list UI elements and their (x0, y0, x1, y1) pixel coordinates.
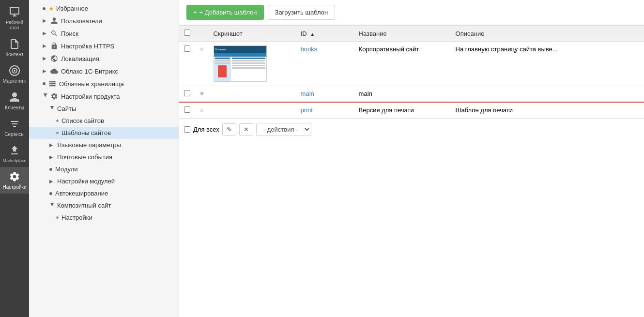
svg-point-2 (14, 70, 15, 72)
nav-item-language[interactable]: ▶ Языковые параметры (29, 139, 179, 151)
drag-handle-icon[interactable]: ≡ (200, 90, 204, 97)
sort-arrow-icon: ▲ (310, 31, 315, 37)
nav-item-modules[interactable]: Модули (29, 163, 179, 175)
main-content: + + Добавить шаблон Загрузить шаблон Скр… (179, 0, 644, 317)
nav-item-users[interactable]: ▶ Пользователи (29, 15, 179, 27)
col-name-label: Название (359, 30, 387, 37)
template-name: main (359, 90, 372, 97)
nav-item-site-templates[interactable]: Шаблоны сайтов (29, 127, 179, 139)
sidebar-item-content[interactable]: Контент (0, 34, 29, 61)
search-icon (50, 30, 58, 37)
nav-item-cloud[interactable]: ▶ Облако 1С-Битрикс (29, 65, 179, 77)
select-all-checkbox[interactable] (184, 30, 190, 36)
nav-item-cloud-storage[interactable]: Облачные хранилища (29, 77, 179, 90)
template-id-link[interactable]: print (301, 106, 313, 114)
table-row: ≡ print Версия для печати Шаблон для печ… (179, 102, 644, 119)
col-header-checkbox (179, 26, 195, 42)
nav-item-https[interactable]: ▶ Настройка HTTPS (29, 40, 179, 52)
mini-left (214, 57, 231, 82)
bottom-toolbar: Для всех ✎ ✕ - действия - (179, 119, 644, 140)
mini-body (214, 57, 266, 82)
for-all-checkbox[interactable] (184, 126, 190, 133)
row-checkbox-cell (179, 42, 195, 86)
col-header-id[interactable]: ID ▲ (296, 26, 354, 42)
add-template-button[interactable]: + + Добавить шаблон (186, 5, 264, 20)
edit-button[interactable]: ✎ (222, 123, 236, 136)
nav-item-autocache[interactable]: Автокеширование (29, 187, 179, 199)
globe-icon (50, 55, 58, 62)
template-screenshot: Все-книги (214, 45, 267, 82)
sidebar-item-marketplace[interactable]: Marketplace (0, 141, 29, 167)
col-screenshot-label: Скриншот (214, 30, 243, 37)
main-toolbar: + + Добавить шаблон Загрузить шаблон (179, 0, 644, 25)
arrow-down-icon: ▶ (43, 93, 48, 99)
template-name: Корпоративный сайт (359, 45, 419, 53)
row-checkbox[interactable] (184, 45, 190, 52)
upload-template-button[interactable]: Загрузить шаблон (268, 5, 336, 20)
nav-label-favorites: Избранное (56, 5, 88, 12)
sidebar-label-marketing: Маркетинг (3, 78, 27, 84)
nav-item-product-settings[interactable]: ▶ Настройки продукта (29, 90, 179, 103)
row-id-cell: books (296, 42, 354, 86)
dot-small-icon (56, 120, 59, 122)
sidebar-item-settings[interactable]: Настройки (0, 167, 29, 194)
row-screenshot-cell (209, 86, 296, 103)
users-icon (50, 17, 58, 25)
delete-button[interactable]: ✕ (239, 123, 253, 136)
mini-line (232, 65, 265, 66)
for-all-label: Для всех (193, 126, 219, 133)
arrow-right-icon: ▶ (43, 56, 48, 61)
sidebar-item-marketing[interactable]: Маркетинг (0, 61, 29, 88)
drag-handle-icon[interactable]: ≡ (200, 45, 204, 53)
row-drag-cell: ≡ (195, 42, 209, 86)
nav-item-composite-settings[interactable]: Настройки (29, 211, 179, 224)
nav-item-mail[interactable]: ▶ Почтовые события (29, 151, 179, 163)
sidebar-label-clients: Клиенты (5, 105, 24, 110)
nav-item-site-list[interactable]: Список сайтов (29, 115, 179, 127)
table-row: ≡ main main (179, 86, 644, 103)
nav-item-search[interactable]: ▶ Поиск (29, 27, 179, 40)
nav-label-site-templates: Шаблоны сайтов (61, 129, 111, 136)
row-checkbox[interactable] (184, 90, 190, 96)
row-screenshot-cell (209, 102, 296, 119)
arrow-right-icon: ▶ (49, 142, 55, 148)
row-name-cell: Версия для печати (354, 102, 451, 119)
nav-label-composite-settings: Настройки (61, 214, 92, 221)
sidebar-item-desktop[interactable]: Рабочий стол (0, 2, 29, 34)
nav-item-composite[interactable]: ▶ Композитный сайт (29, 199, 179, 211)
template-id-link[interactable]: main (301, 90, 314, 97)
row-name-cell: Корпоративный сайт (354, 42, 451, 86)
mini-book (218, 65, 227, 77)
drag-handle-icon[interactable]: ≡ (200, 106, 204, 114)
sidebar-label-content: Контент (5, 52, 23, 57)
sidebar-label-settings: Настройки (2, 184, 26, 190)
nav-label-cloud: Облако 1С-Битрикс (61, 68, 118, 75)
col-header-screenshot: Скриншот (209, 26, 296, 42)
row-checkbox[interactable] (184, 106, 190, 113)
col-id-label: ID (301, 30, 307, 37)
template-id-link[interactable]: books (301, 45, 318, 53)
nav-label-autocache: Автокеширование (55, 190, 108, 197)
mini-line (215, 62, 230, 64)
add-template-label: + Добавить шаблон (199, 9, 257, 16)
mini-nav (214, 53, 266, 57)
sidebar-item-services[interactable]: Сервисы (0, 114, 29, 141)
col-header-drag (195, 26, 209, 42)
nav-item-sites[interactable]: ▶ Сайты (29, 103, 179, 115)
nav-item-favorites[interactable]: ★ Избранное (29, 2, 179, 15)
row-id-cell: print (296, 102, 354, 119)
nav-label-search: Поиск (61, 30, 78, 37)
arrow-right-icon: ▶ (49, 154, 55, 160)
sidebar-item-clients[interactable]: Клиенты (0, 88, 29, 114)
table-row: ≡ Все-книги (179, 42, 644, 86)
mini-line (232, 58, 265, 59)
row-checkbox-cell (179, 86, 195, 103)
dot-icon (43, 7, 46, 10)
actions-select[interactable]: - действия - (256, 123, 311, 136)
arrow-down-icon: ▶ (49, 203, 55, 209)
upload-template-label: Загрузить шаблон (275, 9, 328, 16)
template-description: Шаблон для печати (456, 106, 513, 114)
nav-item-module-settings[interactable]: ▶ Настройки модулей (29, 175, 179, 187)
nav-label-module-settings: Настройки модулей (57, 178, 115, 185)
nav-item-localization[interactable]: ▶ Локализация (29, 52, 179, 65)
